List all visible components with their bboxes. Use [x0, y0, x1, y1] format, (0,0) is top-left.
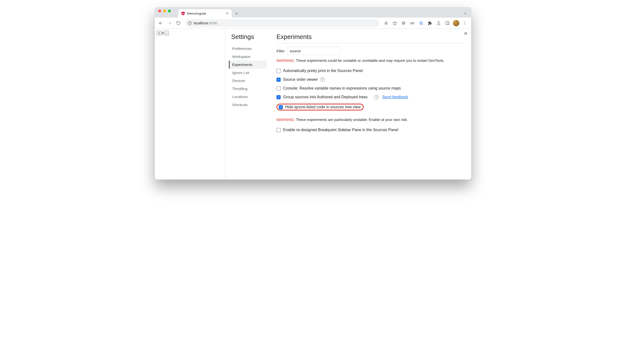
experiment-pretty-print: Automatically pretty print in the Source…: [276, 67, 464, 75]
experiment-label: Hide ignore-listed code in sources tree …: [285, 105, 360, 109]
url-text: localhost:4200: [194, 21, 217, 25]
svg-point-13: [411, 22, 412, 24]
experiments-title: Experiments: [276, 33, 464, 41]
profile-avatar[interactable]: [452, 19, 460, 27]
maximize-window-button[interactable]: [168, 9, 171, 12]
tabs-menu-button[interactable]: [462, 10, 468, 17]
url-port: :4200: [208, 21, 217, 25]
svg-point-6: [190, 22, 190, 22]
warning-unstable: WARNING: These experiments could be unst…: [276, 58, 464, 63]
toolbar: localhost:4200: [155, 18, 471, 29]
tab-close-icon[interactable]: ✕: [226, 12, 229, 15]
svg-point-21: [465, 23, 465, 23]
send-feedback-link[interactable]: Send feedback: [382, 95, 408, 99]
content-area: + 0 - ✕ Settings Preferences Workspace E…: [155, 29, 471, 180]
share-icon[interactable]: [382, 19, 390, 27]
titlebar: DemoAngular ✕ ＋: [155, 7, 471, 18]
counter-widget: + 0 -: [157, 31, 223, 36]
svg-point-11: [403, 23, 403, 23]
sidebar-item-devices[interactable]: Devices: [229, 77, 267, 85]
warning-text: These experiments are particularly unsta…: [295, 117, 408, 122]
extension-flask-icon[interactable]: [435, 19, 442, 27]
experiment-console-resolve-names: Console: Resolve variable names in expre…: [276, 84, 464, 93]
url-host: localhost: [194, 21, 208, 25]
browser-tab[interactable]: DemoAngular ✕: [178, 9, 232, 18]
warning-text: These experiments could be unstable or u…: [295, 58, 444, 63]
settings-sidebar: Settings Preferences Workspace Experimen…: [225, 29, 267, 180]
extension-incognito-icon[interactable]: [400, 19, 407, 27]
checkbox[interactable]: [279, 105, 283, 109]
filter-row: Filter: [276, 47, 464, 55]
experiment-group-sources: Group sources into Authored and Deployed…: [276, 93, 464, 102]
svg-point-14: [413, 22, 414, 24]
extension-target-icon[interactable]: [417, 19, 425, 27]
angular-favicon-icon: [181, 11, 185, 15]
warning-label: WARNING:: [276, 117, 295, 122]
sidebar-item-throttling[interactable]: Throttling: [229, 85, 267, 93]
svg-point-17: [421, 22, 422, 24]
toolbar-right: [382, 19, 469, 27]
experiment-label: Console: Resolve variable names in expre…: [283, 86, 401, 91]
svg-point-22: [465, 24, 465, 25]
sidebar-item-experiments[interactable]: Experiments: [229, 61, 267, 69]
filter-label: Filter: [276, 49, 284, 53]
svg-point-20: [465, 21, 465, 22]
close-window-button[interactable]: [158, 9, 161, 12]
demo-page: + 0 -: [155, 29, 225, 180]
url-bar[interactable]: localhost:4200: [185, 19, 379, 27]
divider: [276, 43, 464, 43]
forward-button[interactable]: [166, 19, 173, 27]
experiment-hide-ignore-listed: Hide ignore-listed code in sources tree …: [276, 102, 464, 113]
browser-window: DemoAngular ✕ ＋ localhost:4200: [155, 7, 471, 180]
experiment-breakpoint-sidebar: Enable re-designed Breakpoint Sidebar Pa…: [276, 126, 464, 134]
sidebar-item-shortcuts[interactable]: Shortcuts: [229, 101, 267, 109]
help-icon[interactable]: ?: [320, 77, 325, 82]
checkbox[interactable]: [276, 78, 281, 82]
svg-rect-18: [446, 22, 449, 25]
experiment-label: Automatically pretty print in the Source…: [283, 69, 363, 73]
window-controls: [158, 7, 171, 16]
sidebar-item-ignore-list[interactable]: Ignore List: [229, 69, 267, 77]
svg-marker-9: [393, 21, 397, 25]
checkbox[interactable]: [276, 128, 281, 132]
checkbox[interactable]: [276, 95, 281, 99]
help-icon[interactable]: ?: [374, 95, 379, 99]
highlight-annotation: Hide ignore-listed code in sources tree …: [276, 104, 364, 110]
experiment-source-order-viewer: Source order viewer ?: [276, 75, 464, 84]
site-info-icon[interactable]: [188, 21, 192, 25]
extensions-puzzle-icon[interactable]: [426, 19, 434, 27]
sidebar-item-workspace[interactable]: Workspace: [229, 53, 267, 61]
warning-particularly-unstable: WARNING: These experiments are particula…: [276, 117, 464, 122]
bookmark-star-icon[interactable]: [391, 19, 399, 27]
settings-title: Settings: [231, 33, 267, 41]
counter-value: 0: [162, 31, 164, 35]
checkbox[interactable]: [276, 69, 281, 73]
filter-input[interactable]: [287, 47, 341, 55]
svg-point-10: [402, 22, 405, 25]
warning-label: WARNING:: [276, 58, 295, 63]
extension-glasses-icon[interactable]: [408, 19, 416, 27]
svg-point-12: [404, 23, 404, 23]
settings-main: Experiments Filter WARNING: These experi…: [267, 29, 471, 180]
side-panel-icon[interactable]: [443, 19, 451, 27]
increment-button[interactable]: +: [157, 31, 162, 36]
back-button[interactable]: [157, 19, 164, 27]
sidebar-item-preferences[interactable]: Preferences: [229, 44, 267, 53]
experiment-label: Source order viewer: [283, 77, 318, 82]
kebab-menu-icon[interactable]: [461, 19, 469, 27]
experiment-label: Enable re-designed Breakpoint Sidebar Pa…: [283, 128, 398, 132]
sidebar-item-locations[interactable]: Locations: [229, 93, 267, 101]
close-settings-icon[interactable]: ✕: [464, 31, 468, 36]
reload-button[interactable]: [175, 19, 182, 27]
devtools-settings: ✕ Settings Preferences Workspace Experim…: [225, 29, 471, 180]
minimize-window-button[interactable]: [163, 9, 166, 12]
decrement-button[interactable]: -: [164, 31, 169, 36]
experiment-label: Group sources into Authored and Deployed…: [283, 95, 367, 99]
checkbox[interactable]: [276, 86, 281, 91]
tab-title: DemoAngular: [187, 12, 224, 15]
new-tab-button[interactable]: ＋: [233, 10, 240, 17]
